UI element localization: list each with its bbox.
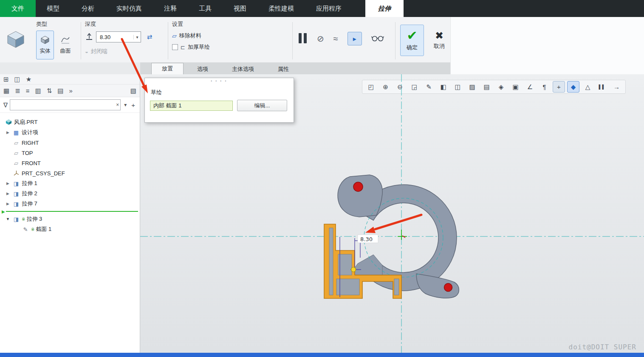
no-preview-icon[interactable]: ⊘	[317, 34, 324, 44]
tree-item-label: 拉伸 3	[26, 215, 42, 223]
overflow-chevron-icon[interactable]: »	[69, 87, 72, 94]
section-collector-field[interactable]	[150, 101, 233, 111]
tab-placement[interactable]: 放置	[151, 63, 184, 74]
bolt-hole-top[interactable]	[353, 182, 363, 191]
tab-extrude-feature[interactable]: 拉伸	[365, 0, 404, 17]
menu-tools[interactable]: 工具	[188, 0, 223, 17]
tree-filters-icon[interactable]: ≣	[15, 87, 20, 94]
thicken-sketch-checkbox[interactable]	[172, 44, 178, 50]
remove-material-icon: ▱	[172, 32, 177, 39]
tab-body-options[interactable]: 主体选项	[222, 64, 264, 74]
depth-combo-caret-icon[interactable]: ▾	[133, 35, 141, 39]
menu-applications[interactable]: 应用程序	[305, 0, 353, 17]
flip-direction-button[interactable]: ⇄	[144, 31, 155, 42]
tree-row-right-plane[interactable]: ▱ RIGHT	[0, 138, 140, 148]
depth-dimension-value[interactable]: 8.30	[360, 236, 373, 242]
tree-row-extrude-2[interactable]: ▶ ◨ 拉伸 2	[0, 188, 140, 199]
tab-options[interactable]: 选项	[187, 64, 218, 74]
tree-search-input[interactable]	[10, 101, 115, 109]
tree-list-icon[interactable]: ≡	[26, 87, 30, 94]
ribbon-separator	[395, 22, 395, 59]
edit-sketch-button[interactable]: 编辑...	[237, 100, 287, 111]
layer-tree-icon[interactable]: ◫	[14, 76, 20, 82]
insert-here-locator[interactable]: ▶	[0, 209, 140, 214]
expand-arrow-icon[interactable]: ▶	[5, 130, 11, 135]
capped-ends-toggle[interactable]: ◒ 封闭端	[85, 48, 155, 55]
item-display-icon[interactable]: ⊞	[3, 76, 9, 82]
tree-root-row[interactable]: 风扇.PRT	[0, 117, 140, 127]
tree-search-box[interactable]: ×	[10, 99, 121, 110]
tree-item-label: PRT_CSYS_DEF	[22, 170, 65, 177]
bolt-hole-bottom[interactable]	[444, 284, 452, 292]
sketch-label: 草绘	[151, 89, 294, 96]
panel-grip-handle[interactable]: ▪ ▪ ▪ ▪	[145, 78, 294, 83]
cancel-button[interactable]: ✖ 取消	[427, 25, 451, 56]
solid-button[interactable]: 实体	[36, 31, 54, 59]
dashboard-tabrow: 放置 选项 主体选项 属性	[140, 62, 450, 74]
tree-row-front-plane[interactable]: ▱ FRONT	[0, 158, 140, 168]
solid-icon	[40, 35, 50, 46]
filter-funnel-icon: ∇	[3, 102, 8, 108]
menu-view[interactable]: 视图	[223, 0, 257, 17]
surface-button[interactable]: 曲面	[56, 31, 74, 59]
extrude-icon: ◨	[13, 201, 20, 207]
verify-feature-button[interactable]: ▸	[347, 32, 362, 45]
ribbon-background-right	[450, 17, 644, 75]
tree-row-csys[interactable]: PRT_CSYS_DEF	[0, 168, 140, 178]
thicken-sketch-label: 加厚草绘	[188, 43, 210, 51]
insert-locator-arrow-icon: ▶	[2, 209, 5, 214]
tree-row-extrude-7[interactable]: ▶ ◨ 拉伸 7	[0, 199, 140, 209]
expand-arrow-icon[interactable]: ▶	[5, 202, 11, 206]
menu-flexible-modeling[interactable]: 柔性建模	[257, 0, 305, 17]
menu-annotate[interactable]: 注释	[153, 0, 188, 17]
menu-analysis[interactable]: 分析	[71, 0, 105, 17]
model-tree-icon[interactable]: ▦	[3, 87, 9, 94]
tree-row-extrude-1[interactable]: ▶ ◨ 拉伸 1	[0, 178, 140, 188]
depth-group: 深度 8.30 ▾ ⇄ ◒ 封闭端	[85, 20, 155, 55]
filter-dropdown-icon[interactable]: ▾	[123, 102, 128, 108]
menu-live-simulation[interactable]: 实时仿真	[105, 0, 153, 17]
settings-group-label: 设置	[172, 20, 210, 28]
tree-doc-icon[interactable]: ▧	[130, 87, 136, 94]
settings-list-icon[interactable]: ▤	[57, 87, 63, 94]
tree-row-extrude-3[interactable]: ▼ ◨ ※ 拉伸 3	[0, 214, 140, 224]
type-group-label: 类型	[36, 20, 74, 28]
tree-row-design-items[interactable]: ▶ ▦ 设计项	[0, 127, 140, 138]
expand-arrow-icon[interactable]: ▶	[5, 191, 11, 196]
solid-label: 实体	[40, 48, 51, 55]
depth-type-blind-icon[interactable]	[85, 32, 93, 42]
tab-properties[interactable]: 属性	[268, 64, 299, 74]
settings-group: 设置 ▱ 移除材料 ⊏ 加厚草绘	[172, 20, 210, 51]
attached-preview-icon[interactable]: ≈	[333, 34, 338, 44]
sketch-icon: ✎	[22, 227, 29, 232]
depth-value-combobox[interactable]: 8.30 ▾	[96, 31, 141, 42]
verify-feature-icon: ▸	[353, 35, 356, 43]
model-tree: 风扇.PRT ▶ ▦ 设计项 ▱ RIGHT ▱ TOP ▱ FRONT PR	[0, 117, 140, 234]
tree-item-label: 设计项	[22, 129, 38, 136]
sketch-vertex-handle[interactable]	[351, 267, 356, 272]
thicken-sketch-toggle[interactable]: ⊏ 加厚草绘	[172, 43, 210, 51]
preview-glasses-icon[interactable]	[371, 35, 384, 43]
favorites-icon[interactable]: ★	[26, 76, 31, 82]
tree-row-section-1[interactable]: ✎ ※ 截面 1	[0, 224, 140, 234]
tree-row-top-plane[interactable]: ▱ TOP	[0, 148, 140, 158]
tree-toolbar-row1: ⊞ ◫ ★	[0, 74, 140, 84]
clear-search-icon[interactable]: ×	[115, 102, 120, 108]
sort-order-icon[interactable]: ⇅	[47, 87, 52, 94]
expand-arrow-icon[interactable]: ▶	[5, 181, 11, 186]
depth-dimension[interactable]: 8.30	[358, 235, 378, 243]
ribbon: 类型 实体 曲面 深度 8.30 ▾	[0, 17, 644, 74]
cancel-x-icon: ✖	[435, 31, 443, 41]
column-display-icon[interactable]: ▥	[35, 87, 41, 94]
add-filter-icon[interactable]: +	[130, 101, 136, 109]
collapse-arrow-icon[interactable]: ▼	[5, 217, 11, 221]
placement-panel: ▪ ▪ ▪ ▪ 草绘 编辑...	[144, 78, 294, 123]
preview-group: ⊘ ≈ ▸	[297, 32, 384, 45]
tree-root-label: 风扇.PRT	[14, 118, 37, 126]
menu-model[interactable]: 模型	[36, 0, 71, 17]
remove-material-toggle[interactable]: ▱ 移除材料	[172, 32, 210, 39]
menu-file[interactable]: 文件	[0, 0, 36, 17]
pause-button[interactable]	[297, 33, 308, 45]
csys-icon	[13, 170, 20, 177]
ok-button[interactable]: ✔ 确定	[400, 25, 424, 56]
